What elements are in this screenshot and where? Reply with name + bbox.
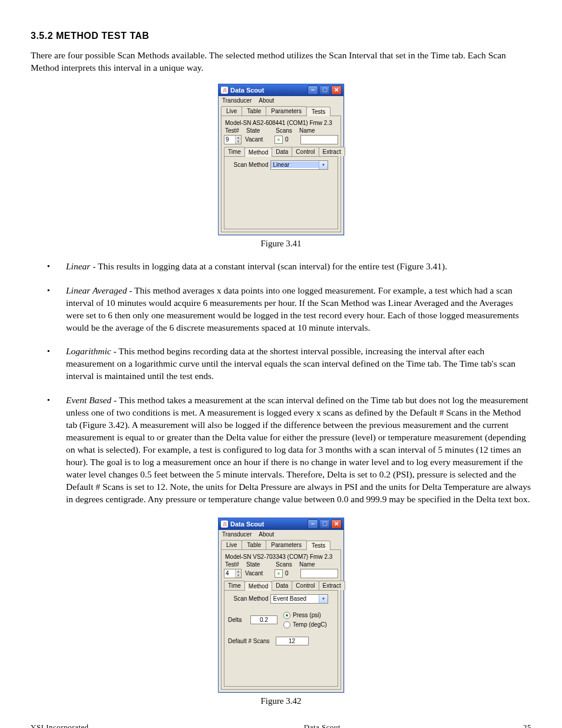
tab-table[interactable]: Table xyxy=(242,106,266,116)
menubar: Transducer About xyxy=(219,530,343,539)
model-line: Model-SN VS2-703343 (COM7) Fmw 2.3 xyxy=(224,552,338,561)
menu-about[interactable]: About xyxy=(259,531,274,538)
subtab-time[interactable]: Time xyxy=(224,581,245,590)
scans-checkbox[interactable]: × xyxy=(275,136,283,144)
test-number-stepper[interactable]: 4 ▲▼ xyxy=(224,569,242,578)
delta-field[interactable]: 0.2 xyxy=(250,615,277,624)
bullet-logarithmic: Logarithmic - This method begins recordi… xyxy=(31,345,531,383)
subtab-method[interactable]: Method xyxy=(244,147,272,157)
stepper-up-icon[interactable]: ▲ xyxy=(235,569,241,574)
test-number-value: 4 xyxy=(226,570,229,577)
label-test-no: Test# xyxy=(225,127,244,134)
scan-method-dropdown[interactable]: Event Based ▾ xyxy=(270,594,328,604)
radio-temp[interactable] xyxy=(283,621,290,628)
term-linear: Linear xyxy=(66,261,90,271)
default-scans-field[interactable]: 12 xyxy=(276,637,309,645)
tab-tests[interactable]: Tests xyxy=(306,107,330,116)
maximize-button: ☐ xyxy=(319,519,330,529)
default-scans-label: Default # Scans xyxy=(228,638,270,644)
top-tabstrip: Live Table Parameters Tests xyxy=(219,539,343,549)
scans-checkbox[interactable]: × xyxy=(275,569,283,578)
text-logarithmic: - This method begins recording data at t… xyxy=(66,346,515,381)
label-scans: Scans xyxy=(276,561,297,568)
chevron-down-icon[interactable]: ▾ xyxy=(319,595,328,603)
subtab-extract[interactable]: Extract xyxy=(319,147,345,156)
method-subpanel: Scan Method Linear ▾ xyxy=(224,156,338,229)
label-name: Name xyxy=(299,561,337,568)
subtab-extract[interactable]: Extract xyxy=(319,581,345,590)
scan-method-label: Scan Method xyxy=(234,595,269,602)
maximize-button: ☐ xyxy=(319,85,330,95)
method-subpanel: Scan Method Event Based ▾ Delta 0.2 Pr xyxy=(224,590,338,687)
titlebar: ⎍ Data Scout – ☐ ✕ xyxy=(219,518,343,530)
bullet-event-based: Event Based - This method takes a measur… xyxy=(31,394,531,505)
text-linear: - This results in logging data at a cons… xyxy=(90,261,447,271)
text-event-based: - This method takes a measurement at the… xyxy=(66,395,531,503)
radio-press[interactable] xyxy=(283,612,290,619)
state-value: Vacant xyxy=(245,136,272,143)
section-heading: 3.5.2 METHOD TEST TAB xyxy=(31,31,531,41)
sub-tabstrip: Time Method Data Control Extract xyxy=(224,578,338,590)
figure-3-42: ⎍ Data Scout – ☐ ✕ Transducer About Live… xyxy=(31,518,531,693)
scans-value: 0 xyxy=(285,136,298,143)
stepper-down-icon[interactable]: ▼ xyxy=(235,140,241,144)
term-logarithmic: Logarithmic xyxy=(66,346,111,356)
method-descriptions: Linear - This results in logging data at… xyxy=(31,261,531,506)
test-number-stepper[interactable]: 9 ▲▼ xyxy=(224,135,242,144)
footer-right: 25 xyxy=(496,723,531,728)
radio-press-label: Press (psi) xyxy=(293,612,321,618)
menu-transducer[interactable]: Transducer xyxy=(222,531,252,538)
tests-panel: Model-SN AS2-608441 (COM1) Fmw 2.3 Test#… xyxy=(221,116,341,232)
tab-live[interactable]: Live xyxy=(221,540,242,549)
footer-left: YSI Incorporated xyxy=(31,723,148,728)
stepper-down-icon[interactable]: ▼ xyxy=(235,574,241,578)
test-number-value: 9 xyxy=(226,136,229,143)
intro-paragraph: There are four possible Scan Methods ava… xyxy=(31,50,531,74)
minimize-button[interactable]: – xyxy=(308,85,318,95)
minimize-button[interactable]: – xyxy=(308,519,318,529)
titlebar: ⎍ Data Scout – ☐ ✕ xyxy=(219,84,343,96)
tests-panel: Model-SN VS2-703343 (COM7) Fmw 2.3 Test#… xyxy=(221,549,341,690)
scans-value: 0 xyxy=(285,570,298,577)
tab-live[interactable]: Live xyxy=(221,106,242,116)
bullet-linear-averaged: Linear Averaged - This method averages x… xyxy=(31,285,531,334)
stepper-up-icon[interactable]: ▲ xyxy=(235,136,241,140)
subtab-data[interactable]: Data xyxy=(272,147,292,156)
tab-tests[interactable]: Tests xyxy=(306,541,330,550)
window-title: Data Scout xyxy=(230,87,308,94)
subtab-control[interactable]: Control xyxy=(292,147,319,156)
text-linear-averaged: - This method averages x data points int… xyxy=(66,285,519,332)
close-button[interactable]: ✕ xyxy=(331,85,342,95)
label-name: Name xyxy=(299,127,337,134)
app-icon: ⎍ xyxy=(221,87,228,94)
label-scans: Scans xyxy=(276,127,297,134)
subtab-control[interactable]: Control xyxy=(292,581,319,590)
menu-transducer[interactable]: Transducer xyxy=(222,97,252,104)
radio-temp-label: Temp (degC) xyxy=(293,621,327,628)
subtab-method[interactable]: Method xyxy=(244,581,272,591)
menu-about[interactable]: About xyxy=(259,97,274,104)
menubar: Transducer About xyxy=(219,96,343,105)
figure-3-41: ⎍ Data Scout – ☐ ✕ Transducer About Live… xyxy=(31,84,531,235)
state-value: Vacant xyxy=(245,570,272,577)
scan-method-value: Linear xyxy=(271,162,319,168)
name-field[interactable] xyxy=(300,135,338,144)
tab-parameters[interactable]: Parameters xyxy=(266,106,307,116)
term-linear-averaged: Linear Averaged xyxy=(66,285,127,295)
tab-parameters[interactable]: Parameters xyxy=(266,540,307,549)
label-state: State xyxy=(246,127,273,134)
sub-tabstrip: Time Method Data Control Extract xyxy=(224,144,338,156)
figure-3-41-caption: Figure 3.41 xyxy=(31,239,531,249)
scan-method-dropdown[interactable]: Linear ▾ xyxy=(270,160,328,170)
data-scout-window: ⎍ Data Scout – ☐ ✕ Transducer About Live… xyxy=(218,518,344,693)
data-scout-window: ⎍ Data Scout – ☐ ✕ Transducer About Live… xyxy=(218,84,344,235)
close-button[interactable]: ✕ xyxy=(331,519,342,529)
subtab-data[interactable]: Data xyxy=(272,581,292,590)
chevron-down-icon[interactable]: ▾ xyxy=(319,161,328,169)
delta-label: Delta xyxy=(228,617,248,623)
scan-method-label: Scan Method xyxy=(234,162,269,168)
window-title: Data Scout xyxy=(230,521,308,528)
tab-table[interactable]: Table xyxy=(242,540,266,549)
subtab-time[interactable]: Time xyxy=(224,147,245,156)
name-field[interactable] xyxy=(300,569,338,578)
